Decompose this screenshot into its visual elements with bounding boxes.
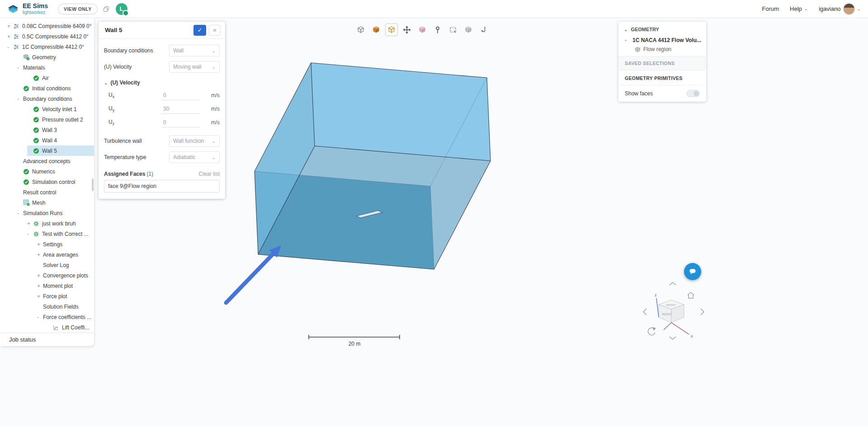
tree-item-pressure-outlet-2[interactable]: Pressure outlet 2 [0, 114, 94, 125]
expand-icon[interactable]: + [37, 293, 43, 300]
rotate-left-chevron[interactable] [643, 309, 646, 315]
tree-row-content: +0.5C Compressible 4412 0° [7, 31, 94, 42]
close-button[interactable]: × [209, 25, 221, 36]
tree-item-wall-5[interactable]: Wall 5 [0, 145, 94, 156]
tree-item-0-5c-compressible-4412-0[interactable]: +0.5C Compressible 4412 0° [0, 31, 94, 42]
rotate-view-icon[interactable] [648, 327, 656, 335]
geometry-section-header[interactable]: ⌄ GEOMETRY [618, 22, 706, 36]
tree-item-velocity-inlet-1[interactable]: Velocity inlet 1 [0, 104, 94, 114]
check-icon [23, 85, 31, 92]
simulation-icon [13, 33, 21, 40]
expand-icon[interactable]: + [7, 33, 13, 40]
tree-item-wall-3[interactable]: Wall 3 [0, 125, 94, 135]
tree-item-area-averages[interactable]: +Area averages [0, 249, 94, 260]
tree-item-advanced-concepts[interactable]: Advanced concepts [0, 156, 94, 166]
collapse-icon[interactable]: - [7, 44, 13, 50]
chat-button[interactable] [684, 263, 701, 280]
rotate-right-chevron[interactable] [701, 309, 704, 315]
tree-item-air[interactable]: Air [0, 73, 94, 83]
highlight-view-button[interactable] [416, 23, 429, 36]
perspective-cube-button[interactable] [354, 23, 367, 36]
collapse-icon[interactable]: - [17, 96, 23, 102]
move-entity-button[interactable] [401, 23, 413, 36]
u-velocity-select[interactable]: Moving wall⌄ [169, 61, 220, 73]
tree-item-materials[interactable]: -Materials [0, 62, 94, 73]
tree-item-initial-conditions[interactable]: Initial conditions [0, 83, 94, 94]
probe-point-button[interactable] [431, 23, 444, 36]
turbulence-wall-select[interactable]: Wall function⌄ [169, 135, 220, 147]
solid-view-button[interactable] [370, 23, 382, 36]
boundary-conditions-select[interactable]: Wall⌄ [169, 45, 220, 56]
copy-icon[interactable] [103, 6, 109, 12]
chevron-down-icon: ⌄ [104, 80, 108, 85]
navigation-cube[interactable]: FRONT RIGHT z x [642, 279, 705, 343]
tree-item-solver-log[interactable]: Solver Log [0, 260, 94, 270]
help-menu[interactable]: Help ⌄ [790, 5, 808, 12]
temperature-type-select[interactable]: Adiabatic⌄ [169, 151, 220, 163]
user-menu[interactable]: igaviano ⌄ [819, 3, 861, 15]
show-faces-toggle[interactable] [686, 90, 700, 97]
view-toolbar [354, 23, 490, 36]
tree-item-just-work-bruh[interactable]: +just work bruh [0, 218, 94, 229]
measure-hook-button[interactable] [477, 23, 490, 36]
expand-icon[interactable]: + [27, 221, 33, 227]
job-status-bar[interactable]: Job status [0, 333, 94, 346]
collapse-icon[interactable]: - [625, 37, 631, 43]
box-select-button[interactable] [447, 23, 459, 36]
tree-item-mesh[interactable]: Mesh [0, 197, 94, 208]
rotate-up-chevron[interactable] [670, 282, 676, 285]
tree-item-settings[interactable]: +Settings [0, 239, 94, 249]
tree-item-numerics[interactable]: Numerics [0, 166, 94, 177]
tree-scrollbar[interactable] [92, 178, 94, 191]
tree-item-1c-compressible-4412-0[interactable]: -1C Compressible 4412 0° [0, 42, 94, 52]
assigned-faces-header: Assigned Faces(1) Clear list [99, 165, 225, 180]
tree-item-moment-plot[interactable]: +Moment plot [0, 281, 94, 291]
velocity-z-input[interactable] [161, 117, 200, 127]
tree-row-content: Air [27, 73, 94, 83]
tree-item-lift-coeffi[interactable]: Lift Coeffi... [0, 322, 94, 333]
tree-item-boundary-conditions[interactable]: -Boundary conditions [0, 94, 94, 104]
hidden-geometry-button[interactable] [462, 23, 475, 36]
expand-icon[interactable]: + [7, 23, 13, 29]
flow-region-box[interactable] [255, 63, 491, 269]
expand-icon[interactable]: + [37, 252, 43, 258]
velocity-x-input[interactable] [161, 90, 200, 100]
velocity-section-header[interactable]: ⌄ (U) Velocity [99, 75, 225, 89]
home-view-icon[interactable] [688, 292, 694, 298]
tree-item-force-plot[interactable]: +Force plot [0, 291, 94, 301]
geometry-tree-item[interactable]: - 1C NACA 4412 Flow Volu... [618, 36, 706, 44]
tree-item-convergence-plots[interactable]: +Convergence plots [0, 270, 94, 281]
collapse-icon[interactable]: - [37, 314, 43, 320]
clear-list-button[interactable]: Clear list [198, 171, 220, 177]
velocity-y-input[interactable] [161, 104, 200, 114]
tree-item-force-coefficients[interactable]: -Force coefficients ... [0, 312, 94, 322]
view-cube[interactable]: FRONT RIGHT [659, 300, 684, 323]
owner-avatar[interactable]: L [116, 3, 127, 15]
flow-region-item[interactable]: Flow region [618, 44, 706, 56]
accept-button[interactable]: ✓ [193, 25, 206, 36]
tree-item-result-control[interactable]: Result control [0, 187, 94, 197]
rotate-down-chevron[interactable] [670, 337, 676, 339]
assigned-face-entry[interactable]: face 9@Flow region [104, 180, 220, 192]
check-icon: ✓ [198, 27, 203, 33]
tree-item-geometry[interactable]: Geometry [0, 52, 94, 62]
collapse-icon[interactable]: - [27, 231, 33, 237]
tree-item-0-08c-compressible-6409-0[interactable]: +0.08C Compressible 6409 0° [0, 21, 94, 31]
tree-item-label: Test with Correct ... [42, 231, 89, 237]
tree-item-test-with-correct[interactable]: -Test with Correct ... [0, 229, 94, 239]
expand-icon[interactable]: + [37, 272, 43, 279]
tree-row-content: Geometry [17, 52, 94, 62]
box-top-face[interactable] [311, 63, 491, 161]
cube-gray-icon [464, 26, 472, 34]
expand-icon[interactable]: + [37, 283, 43, 289]
tree-item-simulation-control[interactable]: Simulation control [0, 177, 94, 187]
transparent-view-button[interactable] [385, 23, 398, 36]
tree-item-label: Velocity inlet 1 [42, 106, 77, 113]
expand-icon[interactable]: + [37, 241, 43, 248]
tree-item-solution-fields[interactable]: Solution Fields [0, 301, 94, 312]
collapse-icon[interactable]: - [17, 210, 23, 216]
forum-link[interactable]: Forum [762, 5, 779, 12]
tree-item-simulation-runs[interactable]: -Simulation Runs [0, 208, 94, 218]
tree-item-wall-4[interactable]: Wall 4 [0, 135, 94, 145]
collapse-icon[interactable]: - [17, 65, 23, 71]
